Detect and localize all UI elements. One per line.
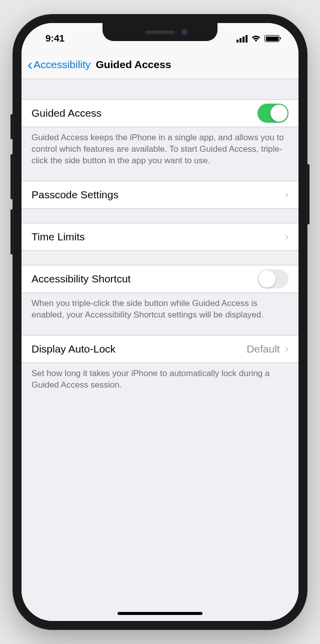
time-limits-row[interactable]: Time Limits ›: [22, 223, 298, 251]
display-auto-lock-row[interactable]: Display Auto-Lock Default ›: [22, 335, 298, 363]
accessibility-shortcut-footer: When you triple-click the side button wh…: [22, 293, 298, 321]
home-indicator[interactable]: [118, 612, 202, 615]
wifi-icon: [251, 35, 261, 43]
chevron-right-icon: ›: [285, 230, 288, 243]
navigation-bar: ‹ Accessibility Guided Access: [22, 50, 298, 79]
accessibility-shortcut-toggle[interactable]: [258, 269, 288, 288]
guided-access-toggle-row[interactable]: Guided Access: [22, 99, 298, 127]
guided-access-label: Guided Access: [32, 107, 258, 119]
back-button[interactable]: ‹ Accessibility: [28, 57, 90, 72]
accessibility-shortcut-label: Accessibility Shortcut: [32, 273, 258, 285]
battery-icon: [264, 35, 280, 42]
cellular-signal-icon: [236, 35, 248, 43]
notch: [102, 23, 218, 41]
phone-frame: 9:41 ‹ Accessibility Guided Access: [12, 14, 308, 630]
settings-content[interactable]: Guided Access Guided Access keeps the iP…: [22, 79, 298, 621]
time-limits-label: Time Limits: [32, 231, 285, 243]
display-auto-lock-value: Default: [246, 343, 280, 355]
status-time: 9:41: [36, 33, 64, 44]
chevron-right-icon: ›: [285, 188, 288, 201]
passcode-settings-label: Passcode Settings: [32, 189, 285, 201]
screen: 9:41 ‹ Accessibility Guided Access: [22, 23, 298, 621]
accessibility-shortcut-row[interactable]: Accessibility Shortcut: [22, 265, 298, 293]
guided-access-footer: Guided Access keeps the iPhone in a sing…: [22, 127, 298, 167]
chevron-right-icon: ›: [285, 343, 288, 356]
guided-access-toggle[interactable]: [258, 104, 288, 123]
display-auto-lock-label: Display Auto-Lock: [32, 343, 246, 355]
passcode-settings-row[interactable]: Passcode Settings ›: [22, 181, 298, 209]
page-title: Guided Access: [96, 59, 171, 71]
back-label: Accessibility: [34, 59, 90, 71]
chevron-left-icon: ‹: [28, 57, 32, 72]
display-auto-lock-footer: Set how long it takes your iPhone to aut…: [22, 363, 298, 391]
